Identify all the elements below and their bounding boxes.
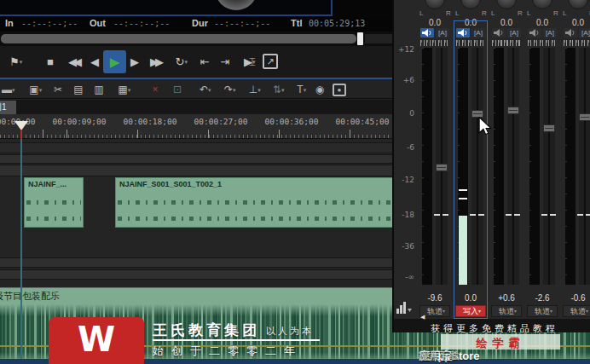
save-button[interactable]: ▣ ▾ [23, 83, 45, 97]
undo-dropdown-icon[interactable]: ▾ [208, 83, 211, 97]
fader-track[interactable] [579, 48, 590, 285]
play-button[interactable]: ▶ [103, 50, 126, 73]
cut-button[interactable]: ✂ [50, 83, 66, 97]
redo-dropdown-icon[interactable]: ▾ [233, 83, 236, 97]
fader-handle[interactable] [507, 107, 519, 114]
add-cut-point-button[interactable]: ⊥ ▾ [242, 83, 264, 97]
fader-db-value[interactable]: -2.6 [523, 293, 562, 303]
capture-button[interactable]: ◉ [312, 83, 327, 97]
ad-band: 绘学霸 [441, 334, 560, 350]
speaker-mute-button[interactable] [564, 28, 577, 38]
pan-left-label: L [419, 9, 423, 17]
automation-mode-dropdown[interactable]: 轨道 ▾ [491, 305, 522, 317]
delete-button[interactable]: × [148, 83, 162, 97]
playhead-ruler-line [20, 130, 22, 139]
pan-knob[interactable] [496, 0, 517, 9]
audio-clip-2-name: NJAINF_S001_S001_T002_1 [119, 180, 222, 188]
sequence-tab[interactable]: 列1 [0, 101, 16, 114]
add-cut-point-dropdown-icon[interactable]: ▾ [257, 83, 261, 97]
title-tool-button[interactable]: T ▾ [290, 83, 310, 97]
automation-dropdown-arrow[interactable]: ▾ [514, 306, 517, 316]
duplicate-button[interactable]: ▦ ▾ [112, 83, 134, 97]
out-label: Out [90, 18, 106, 28]
solo-button[interactable]: [A] [507, 28, 521, 38]
automation-dropdown-arrow[interactable]: ▾ [442, 306, 445, 316]
next-edit-point-button[interactable]: ▶⌶ ▾ [236, 53, 260, 72]
speaker-mute-button[interactable] [492, 28, 506, 38]
stop-button[interactable]: ■ [43, 53, 58, 72]
unity-mark-left [506, 214, 512, 216]
automation-mode-label: 轨道 [535, 307, 550, 315]
pan-value[interactable]: 0.0 [490, 18, 523, 27]
jump-to-out-button[interactable]: ⇥ [217, 53, 233, 72]
automation-mode-dropdown[interactable]: 轨道 ▾ [563, 305, 590, 317]
sync-mode-button[interactable]: ⊡ [170, 83, 185, 97]
pan-value[interactable]: 0.0 [562, 18, 590, 27]
copy-button[interactable]: ▤ [71, 83, 86, 97]
pan-knob[interactable] [425, 0, 445, 9]
save-dropdown-icon[interactable]: ▾ [39, 83, 43, 97]
automation-dropdown-arrow[interactable]: ▾ [550, 306, 552, 316]
automation-mode-dropdown[interactable]: 轨道 ▾ [527, 305, 558, 317]
duplicate-dropdown-icon[interactable]: ▾ [128, 83, 131, 97]
fader-db-value[interactable]: -0.6 [558, 293, 590, 303]
fader-db-value[interactable]: +0.6 [487, 293, 526, 303]
paste-button[interactable]: ▥ [91, 83, 107, 97]
unity-mark-left [434, 214, 440, 216]
pan-value[interactable]: 0.0 [526, 18, 558, 27]
audio-clip-1-name: NJAINF_... [28, 180, 67, 188]
pan-value[interactable]: 0.0 [419, 18, 451, 27]
timeline-menu-dropdown-icon[interactable]: ▾ [12, 83, 15, 97]
undo-button[interactable]: ↶ ▾ [193, 83, 215, 97]
fader-db-value[interactable]: -9.6 [415, 293, 454, 303]
speaker-mute-button[interactable] [420, 28, 434, 38]
fader-track[interactable] [436, 48, 448, 285]
unity-mark-left [541, 214, 547, 216]
out-value: --:--:--;-- [113, 19, 170, 28]
unity-mark-right [586, 214, 590, 216]
ruler-label: 00:00:36;00 [257, 117, 326, 126]
fast-forward-button[interactable]: ▶▶ [143, 53, 167, 72]
timeline-menu-button[interactable]: ▬ ▾ [0, 83, 15, 97]
loop-playback-button[interactable]: ↻ ▾ [169, 53, 191, 72]
solo-button[interactable]: [A] [543, 28, 557, 38]
monitor-speaker-icon[interactable]: ◀ [420, 314, 425, 321]
fader-track[interactable] [507, 48, 519, 285]
loop-playback-dropdown-icon[interactable]: ▾ [184, 53, 188, 72]
fader-handle[interactable] [579, 113, 590, 121]
rewind-button[interactable]: ◀◀ [61, 53, 85, 72]
pan-right-label: R [446, 9, 451, 17]
playhead-line[interactable] [20, 139, 22, 364]
next-frame-button[interactable]: ▶ [128, 53, 142, 72]
automation-dropdown-arrow[interactable]: ▾ [586, 306, 588, 316]
scrollbar-handle[interactable] [357, 32, 363, 45]
ripple-mode-button[interactable]: ⇅ ▾ [266, 83, 288, 97]
pan-knob[interactable] [460, 0, 481, 9]
export-button[interactable]: ↗ [263, 54, 278, 69]
solo-button[interactable]: [A] [436, 28, 449, 38]
redo-button[interactable]: ↷ ▾ [217, 83, 240, 97]
in-value: --:--:--;-- [21, 19, 78, 28]
speaker-mute-button[interactable] [528, 28, 541, 38]
level-meter [494, 48, 504, 285]
fader-handle[interactable] [543, 124, 555, 132]
jump-to-in-button[interactable]: ⇤ [197, 53, 212, 72]
ripple-mode-dropdown-icon[interactable]: ▾ [281, 83, 285, 97]
scrollbar-thumb[interactable] [1, 34, 356, 43]
in-label: In [5, 18, 14, 28]
pan-knob[interactable] [532, 0, 552, 9]
meter-options-button[interactable] [396, 300, 413, 315]
title-tool-dropdown-icon[interactable]: ▾ [304, 83, 307, 97]
solo-button[interactable]: [A] [579, 28, 590, 38]
previous-frame-button[interactable]: ◀ [88, 53, 101, 72]
pan-knob[interactable] [568, 0, 588, 9]
marker-flag-dropdown-icon[interactable]: ▾ [20, 53, 23, 72]
watermark-brand: 王氏教育集团 [153, 321, 260, 340]
fader-handle[interactable] [436, 164, 448, 171]
marker-flag-button[interactable]: ⚑ ▾ [5, 53, 24, 72]
audio-clip-1[interactable]: NJAINF_... [24, 177, 84, 228]
watermark-underline [153, 339, 320, 341]
fader-track[interactable] [543, 48, 555, 285]
automation-mode-label: 轨道 [570, 307, 586, 315]
voiceover-button[interactable]: ● [333, 84, 346, 96]
